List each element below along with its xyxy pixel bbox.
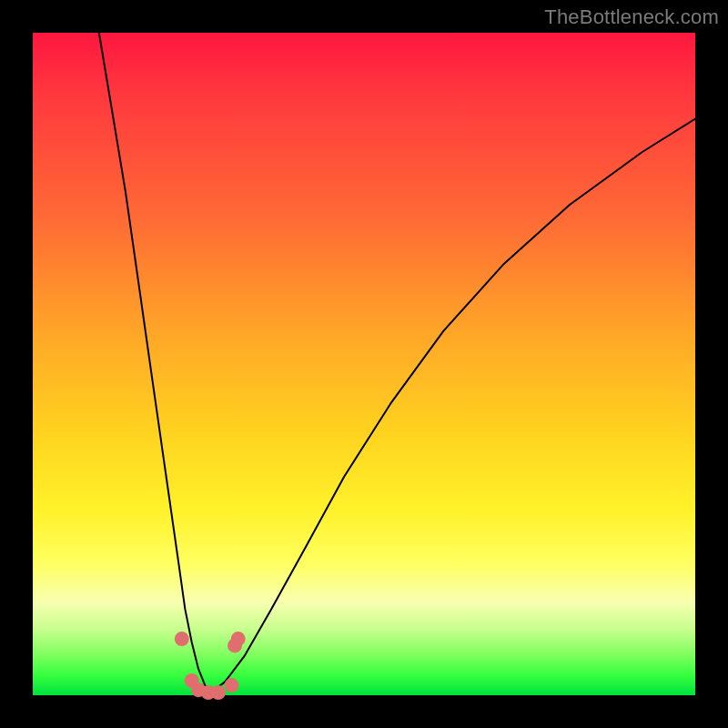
chart-overlay [33,33,695,695]
curve-group [99,33,695,692]
bottleneck-curve-right [212,119,695,693]
data-point [231,632,246,646]
data-point [175,632,189,646]
data-point [211,685,226,700]
bottleneck-curve-left [99,33,212,692]
chart-frame: TheBottleneck.com [0,0,728,728]
watermark-label: TheBottleneck.com [544,5,719,29]
data-point [224,678,238,693]
markers-group [175,632,246,700]
